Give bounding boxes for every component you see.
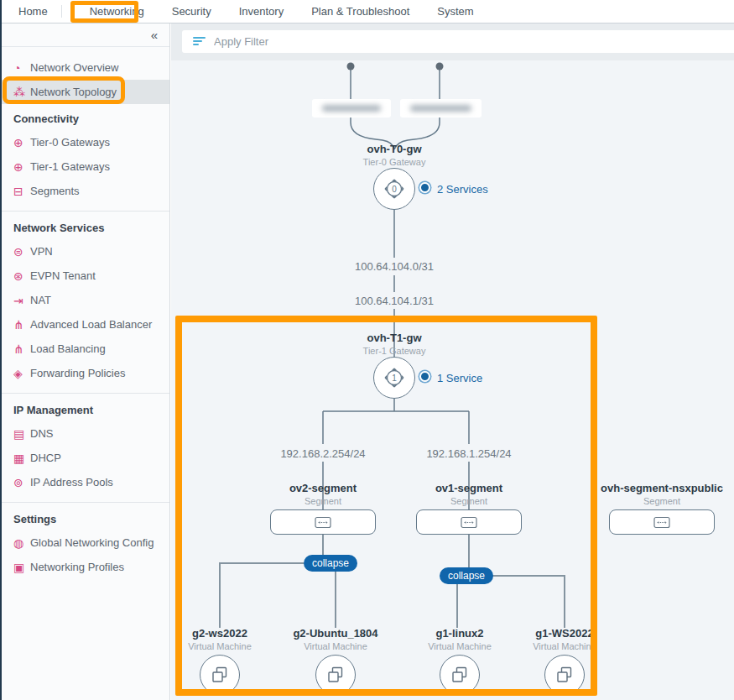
vm-type: Virtual Machine	[506, 641, 623, 651]
sidebar-item-tier1-gateways[interactable]: ⊕ Tier-1 Gateways	[0, 154, 169, 179]
nav-tab-networking[interactable]: Networking	[90, 5, 144, 18]
segment-switch-icon	[315, 516, 331, 529]
t1-gateway-name[interactable]: ovh-T1-gw	[327, 332, 461, 344]
svg-text:0: 0	[392, 185, 397, 194]
vm-icon	[554, 665, 575, 685]
vm-icon	[450, 665, 470, 685]
load-balancer-icon: ⋔	[13, 318, 30, 332]
collapse-button-right[interactable]: collapse	[440, 567, 493, 584]
t1-services-link[interactable]: 1 Service	[437, 372, 482, 384]
sidebar: « ◔ Network Overview ⁂ Network Topology …	[0, 24, 170, 700]
dhcp-icon: ▦	[13, 452, 30, 465]
apply-filter-input[interactable]	[214, 35, 633, 48]
nav-tab-inventory[interactable]: Inventory	[239, 5, 284, 18]
filter-icon	[193, 37, 206, 47]
tier0-gateway-icon: 0	[382, 176, 407, 201]
nav-tab-security[interactable]: Security	[172, 5, 211, 18]
collapse-button-left[interactable]: collapse	[304, 555, 357, 572]
link-label-cidr: 100.64.104.1/31	[327, 295, 461, 307]
window-left-edge	[0, 0, 2, 700]
nav-tab-system[interactable]: System	[437, 5, 473, 18]
sidebar-header: «	[0, 24, 169, 47]
divider	[0, 502, 169, 503]
segment-switch-icon	[653, 516, 670, 529]
vm-icon	[210, 665, 230, 685]
link-label-cidr: 100.64.104.0/31	[327, 260, 461, 273]
evpn-icon: ⊛	[13, 269, 30, 283]
redacted-uplink-label	[400, 99, 482, 118]
gateway-icon: ⊕	[13, 136, 30, 149]
main-area: ovh-T0-gw Tier-0 Gateway 0 2 Services 10…	[171, 24, 734, 700]
sidebar-item-advanced-load-balancer[interactable]: ⋔ Advanced Load Balancer	[0, 312, 169, 337]
tier1-gateway-icon: 1	[382, 365, 407, 390]
sidebar-item-segments[interactable]: ⊟ Segments	[0, 179, 169, 203]
sidebar-item-dns[interactable]: ▤ DNS	[0, 421, 169, 446]
sidebar-item-ip-address-pools[interactable]: ⊚ IP Address Pools	[0, 470, 169, 494]
segment-node-ov1[interactable]	[416, 509, 522, 535]
filter-bar[interactable]	[182, 30, 734, 53]
segment-node-ov2[interactable]	[270, 509, 376, 535]
top-nav: Home Networking Security Inventory Plan …	[0, 0, 734, 24]
gauge-icon: ◔	[13, 61, 30, 75]
topology-icon: ⁂	[13, 86, 30, 99]
lock-icon: ⊜	[13, 245, 30, 259]
svg-text:1: 1	[392, 374, 397, 383]
t0-services-badge[interactable]	[419, 182, 430, 193]
sidebar-item-networking-profiles[interactable]: ▣ Networking Profiles	[0, 555, 169, 579]
nav-tab-plan-troubleshoot[interactable]: Plan & Troubleshoot	[311, 5, 409, 18]
segment-link-cidr: 192.168.1.254/24	[402, 447, 536, 460]
sidebar-item-global-networking-config[interactable]: ◍ Global Networking Config	[0, 530, 169, 555]
divider	[0, 393, 169, 394]
sidebar-item-forwarding-policies[interactable]: ◈ Forwarding Policies	[0, 361, 169, 385]
vm-icon	[325, 665, 346, 685]
segment-name-ov1[interactable]: ov1-segment	[402, 482, 536, 494]
sidebar-item-dhcp[interactable]: ▦ DHCP	[0, 446, 169, 470]
t1-gateway-type: Tier-1 Gateway	[327, 346, 461, 356]
segment-name-ov2[interactable]: ov2-segment	[256, 482, 390, 494]
t0-gateway-type: Tier-0 Gateway	[327, 157, 461, 167]
filter-band	[171, 24, 734, 60]
sidebar-item-evpn-tenant[interactable]: ⊛ EVPN Tenant	[0, 264, 169, 288]
segment-type: Segment	[586, 496, 734, 506]
redacted-uplink-label	[312, 99, 391, 118]
sidebar-item-tier0-gateways[interactable]: ⊕ Tier-0 Gateways	[0, 130, 169, 154]
segment-switch-icon	[461, 516, 477, 529]
t1-services-badge[interactable]	[419, 371, 430, 382]
sidebar-item-vpn[interactable]: ⊜ VPN	[0, 239, 169, 264]
segment-name-nsxpublic[interactable]: ovh-segment-nsxpublic	[586, 482, 734, 494]
vm-node[interactable]	[544, 655, 585, 695]
t1-gateway-node[interactable]: 1	[373, 357, 415, 399]
t0-services-link[interactable]: 2 Services	[437, 183, 488, 196]
divider	[0, 211, 169, 212]
vm-name[interactable]: g1-linux2	[401, 627, 518, 640]
forwarding-icon: ◈	[13, 367, 30, 380]
section-header-connectivity: Connectivity	[0, 104, 169, 130]
vm-name[interactable]: g1-WS2022	[506, 627, 623, 640]
vm-node[interactable]	[315, 655, 356, 695]
nav-tab-home[interactable]: Home	[18, 5, 48, 18]
sidebar-item-network-topology[interactable]: ⁂ Network Topology	[0, 80, 169, 104]
topology-canvas[interactable]: ovh-T0-gw Tier-0 Gateway 0 2 Services 10…	[171, 60, 734, 700]
load-balancer-icon: ⋔	[13, 342, 30, 356]
t0-gateway-name[interactable]: ovh-T0-gw	[327, 143, 461, 155]
vm-name[interactable]: g2-ws2022	[171, 627, 279, 640]
vm-node[interactable]	[200, 655, 240, 695]
sidebar-item-network-overview[interactable]: ◔ Network Overview	[0, 55, 169, 80]
segment-node-nsxpublic[interactable]	[609, 509, 715, 535]
nav-separator	[61, 5, 62, 18]
sidebar-item-load-balancing[interactable]: ⋔ Load Balancing	[0, 337, 169, 361]
segment-icon: ⊟	[13, 185, 30, 198]
segment-type: Segment	[402, 496, 536, 506]
ip-pools-icon: ⊚	[13, 476, 30, 489]
segment-link-cidr: 192.168.2.254/24	[256, 447, 390, 460]
sidebar-collapse-icon[interactable]: «	[151, 29, 158, 41]
vm-type: Virtual Machine	[401, 641, 518, 651]
section-header-settings: Settings	[0, 504, 169, 530]
sidebar-item-nat[interactable]: ⇥ NAT	[0, 288, 169, 312]
segment-type: Segment	[256, 496, 390, 506]
vm-node[interactable]	[440, 655, 480, 695]
t0-gateway-node[interactable]: 0	[373, 168, 415, 210]
dns-icon: ▤	[13, 427, 30, 441]
vm-name[interactable]: g2-Ubuntu_1804	[277, 627, 394, 640]
nat-arrow-icon: ⇥	[13, 294, 30, 307]
